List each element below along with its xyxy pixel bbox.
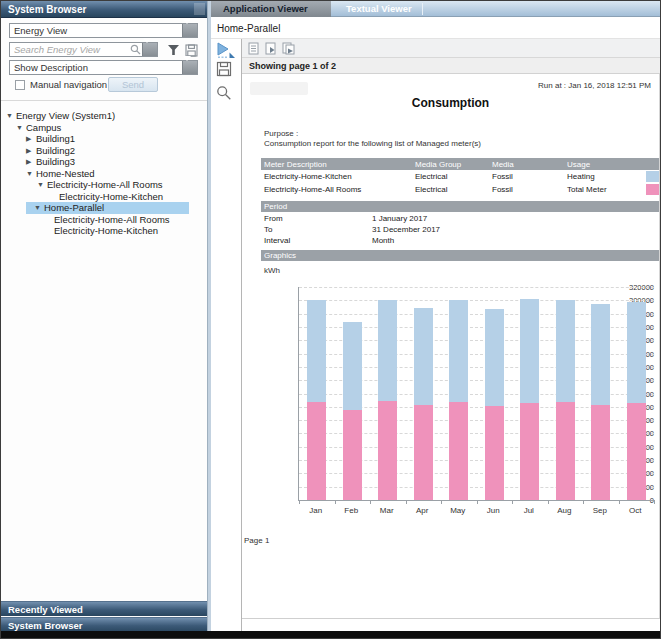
x-axis-tick [406, 500, 407, 504]
meters-table: Meter Description Media Group Media Usag… [261, 158, 659, 196]
expand-arrow-icon[interactable]: ▶ [26, 156, 36, 168]
document-export-icon[interactable] [282, 42, 296, 55]
collapse-arrow-icon[interactable]: ▼ [37, 179, 47, 191]
tab-textual-viewer[interactable]: Textual Viewer [346, 1, 412, 17]
tree-item-label: Home-Nested [36, 168, 95, 179]
send-button[interactable]: Send [108, 77, 158, 92]
collapse-arrow-icon[interactable]: ▼ [16, 122, 26, 134]
x-axis-tick [477, 500, 478, 504]
viewer-panel: Application Viewer Textual Viewer Home-P… [211, 1, 660, 632]
expand-arrow-icon[interactable]: ▶ [26, 145, 36, 157]
cell-usage: Total Meter [567, 185, 607, 194]
tree-item-label: Home-Parallel [44, 202, 104, 213]
document-icon[interactable] [248, 42, 259, 55]
series-color-swatch [646, 184, 659, 195]
cell-meter: Electricity-Home-Kitchen [264, 172, 352, 181]
x-axis-tick [441, 500, 442, 504]
purpose-text: Consumption report for the following lis… [264, 139, 481, 148]
tree-item-energy-view-system1[interactable]: ▼Energy View (System1) [1, 110, 207, 122]
cell-media: Fossil [492, 185, 513, 194]
document-next-icon[interactable] [265, 42, 277, 55]
bar-segment [378, 401, 397, 500]
chart-x-axis: JanFebMarAprMayJunJulAugSepOct [298, 506, 654, 518]
description-dropdown[interactable]: Show Description [9, 60, 198, 75]
tree-item-label: Building2 [36, 145, 75, 156]
bar-segment [520, 403, 539, 500]
x-axis-tick [512, 500, 513, 504]
period-label: From [264, 214, 283, 223]
bar-segment [485, 309, 504, 406]
x-tick-label: May [440, 506, 476, 515]
bar-segment [449, 300, 468, 401]
period-row: From 1 January 2017 [261, 213, 659, 224]
table-row: Electricity-Home-Kitchen Electrical Foss… [261, 170, 659, 183]
tab-application-viewer[interactable]: Application Viewer [211, 1, 331, 17]
tree-item-label: Energy View (System1) [16, 110, 115, 121]
chevron-down-icon[interactable] [182, 24, 197, 37]
tree-item-home-parallel-selected[interactable]: ▼Home-Parallel [26, 202, 189, 214]
search-input[interactable] [10, 43, 128, 56]
filter-icon[interactable] [167, 44, 181, 57]
tree-item-building2[interactable]: ▶Building2 [1, 145, 207, 157]
panel-header-grip[interactable] [194, 3, 205, 15]
recently-viewed-bar[interactable]: Recently Viewed [1, 601, 207, 616]
x-tick-label: Sep [582, 506, 618, 515]
report-toolbar [242, 39, 660, 58]
chart-plot [298, 287, 654, 501]
tree-item-building3[interactable]: ▶Building3 [1, 156, 207, 168]
cell-media-group: Electrical [415, 185, 447, 194]
tree-item-label: Electricity-Home-All Rooms [47, 179, 163, 190]
col-header: Media [492, 160, 514, 169]
bar-segment [520, 299, 539, 403]
x-tick-label: Feb [334, 506, 370, 515]
search-options-chevron-icon[interactable] [142, 43, 157, 56]
x-tick-label: Jan [298, 506, 334, 515]
tree-item-home-nested[interactable]: ▼Home-Nested [1, 168, 207, 180]
collapse-arrow-icon[interactable]: ▼ [6, 110, 16, 122]
bar-segment [485, 406, 504, 500]
x-tick-label: Oct [618, 506, 654, 515]
search-box[interactable] [9, 42, 158, 57]
tree-item-label: Building1 [36, 133, 75, 144]
manual-navigation-checkbox[interactable] [15, 80, 25, 90]
system-browser-bar[interactable]: System Browser [1, 617, 207, 632]
energy-view-tree: ▼Energy View (System1) ▼Campus ▶Building… [1, 110, 207, 591]
period-value: 31 December 2017 [372, 225, 440, 234]
cell-media-group: Electrical [415, 172, 447, 181]
tree-item-electricity-home-kitchen[interactable]: Electricity-Home-Kitchen [1, 225, 207, 237]
tree-item-campus[interactable]: ▼Campus [1, 122, 207, 134]
chevron-down-icon[interactable] [182, 61, 197, 74]
app-window: System Browser Energy View Show Descript… [0, 0, 661, 639]
tree-item-building1[interactable]: ▶Building1 [1, 133, 207, 145]
run-report-icon[interactable] [216, 42, 236, 59]
bar-segment [627, 302, 646, 403]
x-tick-label: Mar [369, 506, 405, 515]
save-report-icon[interactable] [216, 61, 232, 77]
viewer-side-toolbar [211, 39, 241, 595]
cell-media: Fossil [492, 172, 513, 181]
page-number: Page 1 [244, 536, 269, 545]
description-dropdown-value: Show Description [14, 62, 88, 73]
collapse-arrow-icon[interactable]: ▼ [34, 202, 44, 214]
x-tick-label: Apr [405, 506, 441, 515]
view-dropdown[interactable]: Energy View [9, 23, 198, 38]
report-title: Consumption [242, 96, 659, 110]
bar-segment [449, 402, 468, 501]
collapse-arrow-icon[interactable]: ▼ [26, 168, 36, 180]
tree-item-label: Electricity-Home-Kitchen [54, 225, 158, 236]
period-label: Interval [264, 236, 290, 245]
search-icon [130, 44, 141, 55]
expand-arrow-icon[interactable]: ▶ [26, 133, 36, 145]
tree-item-label: Campus [26, 122, 61, 133]
bar-segment [343, 322, 362, 411]
tree-item-electricity-home-all-rooms[interactable]: ▼Electricity-Home-All Rooms [1, 179, 207, 191]
report-logo [250, 82, 308, 95]
bar-segment [343, 410, 362, 500]
window-bottom-bar [1, 631, 660, 638]
period-row: To 31 December 2017 [261, 224, 659, 235]
tree-item-electricity-home-all-rooms[interactable]: Electricity-Home-All Rooms [1, 214, 207, 226]
zoom-icon[interactable] [216, 85, 232, 101]
bar-segment [307, 402, 326, 501]
tree-item-electricity-home-kitchen[interactable]: Electricity-Home-Kitchen [1, 191, 207, 203]
system-browser-panel: System Browser Energy View Show Descript… [1, 1, 207, 632]
